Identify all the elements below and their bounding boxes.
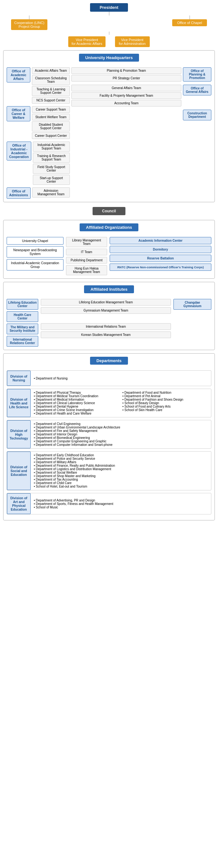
office-academic-label: Office of Academic Affairs: [7, 67, 30, 83]
afforg-rntc: RNTC (Reserve Non-commissioned Officer's…: [110, 264, 211, 271]
inst-gymnasium-team: Gymnasium Management Team: [41, 307, 171, 314]
division-social-content: Department of Early Childhood Education …: [31, 452, 211, 490]
office-industrial-label: Office of Industrial -Academic Cooperati…: [7, 142, 31, 160]
dept-sports: Department of Sports, Fitness and Health…: [34, 502, 208, 505]
general-teams: General Affairs Team Facility & Property…: [71, 85, 181, 106]
team-career-support-center: Career Support Center: [32, 132, 70, 139]
dept-shop-master: Department of Shop Master and Marketing: [34, 474, 208, 478]
departments-title: Departments: [90, 357, 128, 365]
team-accounting: Accounting Team: [71, 100, 181, 106]
council-box: Council: [93, 207, 125, 215]
inst-lifelong-team: Lifelong Education Management Team: [41, 299, 171, 306]
dept-interior-design: Department of Interior Design: [34, 433, 208, 436]
team-teaching-learning: Teaching & Learning Support Center: [32, 86, 70, 96]
affinst-mid: Lifelong Education Management Team Gymna…: [41, 299, 171, 338]
team-field-study: Field Study Support Center: [33, 164, 70, 174]
office-career-label: Office of Career & Welfare: [7, 106, 30, 121]
industrial-teams: Industrial-Academic Support Team Trainin…: [33, 142, 70, 185]
division-nursing-content: Department of Nursing: [31, 371, 211, 386]
dept-logistics: Department of Logistics and Distribution…: [34, 467, 208, 471]
dept-physical-therapy: Department of Physical Therapy: [34, 391, 119, 394]
dept-military-affairs: Department of Military Affairs: [34, 460, 208, 464]
team-pr-strategy: PR Strategy Center: [71, 75, 181, 82]
dept-clinical-lab: Department of Clinical Laboratory Scienc…: [34, 401, 119, 405]
afforg-publishing: Publishing Department: [66, 257, 107, 264]
team-classroom-scheduling: Classroom Scheduling Team: [32, 75, 70, 85]
office-general-label: Office of General Affairs: [183, 85, 211, 95]
construction-group: Construction Department: [71, 110, 211, 120]
dept-biomedical: Department of Biomedical Engineering: [34, 436, 208, 439]
changdae-box: Changdae Gymnasium: [174, 299, 211, 310]
team-facility: Facility & Property Management Team: [71, 92, 181, 99]
division-hightech-content: Department of Civil Engineering Departme…: [31, 420, 211, 448]
afforg-dormitory: Dormitory: [110, 246, 211, 253]
dept-child-care: Department of Child Care: [34, 481, 208, 485]
team-career-support: Career Support Team: [32, 106, 70, 113]
dept-advertising: Department of Advertising, PR and Design: [34, 499, 208, 502]
afforg-left: University Chapel Newspaper and Broadcas…: [7, 237, 63, 275]
linc-box: Cooperation (LINC) Project Group: [11, 19, 48, 30]
team-planning-promotion: Planning & Promotion Team: [71, 67, 181, 74]
afforg-academic-info: Academic Information Center: [110, 237, 211, 244]
org-chart: President Cooperation (LINC) Project Gro…: [0, 0, 218, 527]
dept-fashion-shoes: Department of Fashion and Shoes Design: [123, 398, 208, 401]
vp-academic-box: Vice President for Academic Affairs: [68, 36, 105, 47]
chapel-box: Office of Chapel: [172, 19, 207, 26]
afforg-it: IT Team: [66, 249, 107, 255]
office-industrial-group: Office of Industrial -Academic Cooperati…: [7, 142, 70, 185]
inst-lifelong: Lifelong Education Center: [7, 299, 38, 310]
hq-offices-col: Office of Academic Affairs Academic Affa…: [7, 67, 70, 199]
dept-medical-tourism: Department of Medical Tourism Coordinati…: [34, 394, 119, 398]
division-art-row: Division of Art and Physical Education D…: [7, 493, 211, 515]
construction-label: Construction Department: [183, 110, 211, 120]
team-startup: Start-up Support Center: [33, 175, 70, 185]
division-social-row: Division of Social and Education Departm…: [7, 451, 211, 490]
dept-early-childhood: Department of Early Childhood Education: [34, 454, 208, 457]
dept-food-culinary: School of Food and Culinary Arts: [123, 405, 208, 408]
office-academic-group: Office of Academic Affairs Academic Affa…: [7, 67, 70, 104]
dept-finance-realty: Department of Finance, Realty and Public…: [34, 464, 208, 467]
dept-nursing: Department of Nursing: [34, 377, 208, 380]
president-box: President: [90, 3, 128, 12]
team-admission-management: Admission Management Team: [32, 187, 70, 197]
hq-title: University Headquarters: [79, 54, 139, 62]
departments-section: Departments Division of Nursing Departme…: [3, 353, 215, 520]
office-planning-label: Office of Planning & Promotion: [183, 67, 211, 82]
hq-inner: Office of Academic Affairs Academic Affa…: [7, 67, 211, 199]
afforg-reserve: Reserve Battalion: [110, 255, 211, 262]
division-hightech-row: Division of High Technology Department o…: [7, 420, 211, 449]
dept-food-nutrition: Department of Food and Nutrition: [123, 391, 208, 394]
inst-intl-team: International Relations Team: [41, 323, 171, 330]
office-career-group: Office of Career & Welfare Career Suppor…: [7, 106, 70, 139]
dept-computer-eng: Department of Computer Engineering and G…: [34, 439, 208, 443]
afforg-mid: Library Management Team IT Team Publishi…: [66, 237, 107, 275]
afforg-hong-eun: Hong Eun Haksa Management Team: [66, 265, 107, 275]
inst-health: Health Care Center: [7, 311, 38, 322]
dept-medical-info: Department of Medical Information: [34, 398, 119, 401]
team-disabled-student: Disabled Student Support Center: [32, 121, 70, 131]
council-section: Council: [2, 207, 216, 215]
career-teams: Career Support Team Student Welfare Team…: [32, 106, 70, 139]
dept-fire-safety: Department of Fire and Safety Management: [34, 429, 208, 433]
afforg-library: Library Management Team: [66, 237, 107, 247]
inst-international: International Relations Center: [7, 336, 38, 347]
division-social-label: Division of Social and Education: [7, 452, 31, 490]
dept-skin-health: School of Skin Health Care: [123, 408, 208, 412]
dept-police-security: Department of Police and Security Servic…: [34, 457, 208, 460]
affiliated-inst-section: Affiliated Institutes Lifelong Education…: [3, 282, 215, 350]
affinst-right: Changdae Gymnasium: [174, 299, 211, 310]
dept-hotel: School of Hotel, Eat-out and Tourism: [34, 485, 208, 488]
division-nursing-row: Division of Nursing Department of Nursin…: [7, 370, 211, 386]
affiliated-inst-title: Affiliated Institutes: [84, 285, 134, 293]
afforg-ia-group: Industrial-Academic Cooperation Group: [7, 259, 63, 271]
admissions-teams: Admission Management Team: [32, 187, 70, 197]
dept-urban-landscape: Department of Urban Environmental Landsc…: [34, 426, 208, 429]
dept-social-welfare: Department of Social Welfare: [34, 471, 208, 474]
planning-group: Planning & Promotion Team PR Strategy Ce…: [71, 67, 211, 82]
affinst-inner: Lifelong Education Center Health Care Ce…: [7, 299, 211, 347]
division-health-label: Division of Health and Life Science: [7, 389, 31, 417]
dept-tax-accounting: Department of Tax Accounting: [34, 478, 208, 481]
team-ncs: NCS Support Center: [32, 97, 70, 104]
president-section: President Cooperation (LINC) Project Gro…: [2, 3, 216, 47]
division-art-content: Department of Advertising, PR and Design…: [31, 493, 211, 514]
